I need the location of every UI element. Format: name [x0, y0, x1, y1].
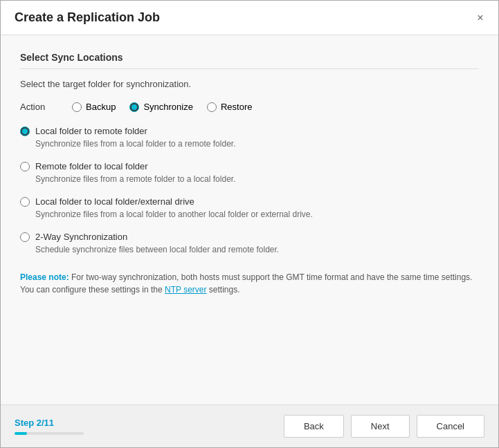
synchronize-radio[interactable]: [129, 102, 139, 112]
backup-radio[interactable]: [72, 102, 82, 112]
section-title: Select Sync Locations: [20, 52, 479, 69]
sync-options-group: Local folder to remote folder Synchroniz…: [20, 126, 479, 254]
synchronize-label: Synchronize: [143, 102, 193, 112]
sync-option-local-to-remote: Local folder to remote folder Synchroniz…: [20, 126, 479, 149]
restore-label: Restore: [221, 102, 253, 112]
local-to-remote-title: Local folder to remote folder: [35, 126, 147, 136]
cancel-button[interactable]: Cancel: [417, 415, 484, 438]
local-to-local-title: Local folder to local folder/external dr…: [35, 196, 194, 207]
two-way-title: 2-Way Synchronization: [35, 232, 127, 242]
note-section: Please note: For two-way synchronization…: [20, 271, 479, 296]
footer-buttons: Back Next Cancel: [284, 415, 484, 438]
note-text: For two-way synchronization, both hosts …: [20, 272, 472, 295]
remote-to-local-title: Remote folder to local folder: [35, 161, 148, 171]
local-to-local-desc: Synchronize files from a local folder to…: [35, 209, 479, 219]
note-label: Please note:: [20, 272, 69, 282]
sync-option-local-to-local: Local folder to local folder/external dr…: [20, 196, 479, 219]
step-info: Step 2/11: [15, 418, 84, 435]
close-button[interactable]: ×: [473, 11, 487, 25]
backup-label: Backup: [86, 102, 116, 112]
synchronize-radio-option[interactable]: Synchronize: [129, 102, 193, 112]
local-to-local-radio[interactable]: [20, 197, 30, 207]
dialog-content: Select Sync Locations Select the target …: [1, 35, 498, 404]
remote-to-local-desc: Synchronize files from a remote folder t…: [35, 174, 479, 184]
dialog-footer: Step 2/11 Back Next Cancel: [1, 404, 498, 447]
local-to-remote-desc: Synchronize files from a local folder to…: [35, 139, 479, 149]
restore-radio-option[interactable]: Restore: [207, 102, 253, 112]
dialog-title: Create a Replication Job: [15, 10, 160, 25]
step-progress-bar-fill: [15, 432, 27, 435]
two-way-desc: Schedule synchronize files between local…: [35, 245, 479, 254]
ntp-server-link[interactable]: NTP server: [165, 285, 206, 295]
back-button[interactable]: Back: [284, 415, 344, 438]
step-progress-bar-background: [15, 432, 84, 435]
remote-to-local-radio[interactable]: [20, 162, 30, 171]
action-radio-group: Backup Synchronize Restore: [72, 102, 252, 112]
action-row: Action Backup Synchronize Restore: [20, 102, 479, 112]
create-replication-job-dialog: Create a Replication Job × Select Sync L…: [0, 0, 499, 448]
sync-option-two-way: 2-Way Synchronization Schedule synchroni…: [20, 232, 479, 254]
title-bar: Create a Replication Job ×: [1, 1, 498, 35]
section-description: Select the target folder for synchroniza…: [20, 79, 479, 89]
sync-option-remote-to-local: Remote folder to local folder Synchroniz…: [20, 161, 479, 184]
local-to-remote-radio[interactable]: [20, 127, 30, 136]
step-text: Step 2/11: [15, 418, 84, 428]
next-button[interactable]: Next: [351, 415, 410, 438]
two-way-radio[interactable]: [20, 232, 30, 242]
backup-radio-option[interactable]: Backup: [72, 102, 116, 112]
action-label: Action: [20, 102, 58, 112]
note-text-after: settings.: [207, 285, 240, 295]
restore-radio[interactable]: [207, 102, 217, 112]
